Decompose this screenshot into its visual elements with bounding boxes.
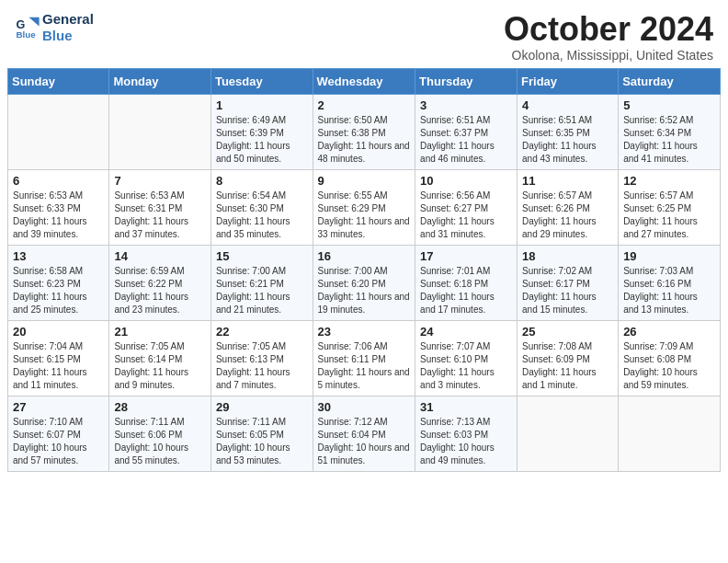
day-number: 27 — [13, 400, 104, 414]
day-info: Sunrise: 7:11 AMSunset: 6:05 PMDaylight:… — [216, 416, 308, 467]
day-info: Sunrise: 7:13 AMSunset: 6:03 PMDaylight:… — [420, 416, 512, 467]
calendar-cell: 1Sunrise: 6:49 AMSunset: 6:39 PMDaylight… — [210, 94, 313, 169]
weekday-header-wednesday: Wednesday — [313, 68, 415, 94]
day-number: 24 — [420, 325, 512, 339]
calendar-cell: 14Sunrise: 6:59 AMSunset: 6:22 PMDayligh… — [109, 245, 211, 320]
calendar-cell: 11Sunrise: 6:57 AMSunset: 6:26 PMDayligh… — [518, 169, 619, 245]
day-info: Sunrise: 7:09 AMSunset: 6:08 PMDaylight:… — [623, 340, 715, 392]
calendar-cell: 8Sunrise: 6:54 AMSunset: 6:30 PMDaylight… — [210, 169, 313, 245]
day-number: 10 — [420, 174, 512, 188]
logo: G Blue General Blue — [15, 11, 94, 44]
calendar-cell: 16Sunrise: 7:00 AMSunset: 6:20 PMDayligh… — [313, 245, 415, 320]
day-info: Sunrise: 7:12 AMSunset: 6:04 PMDaylight:… — [318, 416, 411, 467]
calendar-cell: 2Sunrise: 6:50 AMSunset: 6:38 PMDaylight… — [313, 94, 415, 169]
weekday-header-friday: Friday — [518, 68, 619, 94]
calendar-cell: 10Sunrise: 6:56 AMSunset: 6:27 PMDayligh… — [415, 169, 518, 245]
page: G Blue General Blue October 2024 Okolona… — [0, 0, 728, 563]
day-info: Sunrise: 7:11 AMSunset: 6:06 PMDaylight:… — [114, 416, 206, 467]
calendar-cell — [619, 396, 721, 471]
calendar-cell: 30Sunrise: 7:12 AMSunset: 6:04 PMDayligh… — [313, 396, 415, 471]
weekday-header-saturday: Saturday — [619, 68, 721, 94]
svg-text:Blue: Blue — [16, 29, 36, 40]
day-info: Sunrise: 6:49 AMSunset: 6:39 PMDaylight:… — [216, 114, 308, 166]
day-info: Sunrise: 6:57 AMSunset: 6:26 PMDaylight:… — [522, 190, 613, 241]
day-info: Sunrise: 7:08 AMSunset: 6:09 PMDaylight:… — [522, 340, 613, 392]
logo-text: General Blue — [42, 11, 94, 44]
calendar-cell: 9Sunrise: 6:55 AMSunset: 6:29 PMDaylight… — [313, 169, 415, 245]
calendar-cell — [8, 94, 109, 169]
calendar-cell: 12Sunrise: 6:57 AMSunset: 6:25 PMDayligh… — [619, 169, 721, 245]
title-block: October 2024 Okolona, Mississippi, Unite… — [504, 11, 713, 63]
day-number: 25 — [522, 325, 613, 339]
day-info: Sunrise: 7:06 AMSunset: 6:11 PMDaylight:… — [318, 340, 411, 392]
day-number: 18 — [522, 249, 613, 263]
day-info: Sunrise: 7:05 AMSunset: 6:14 PMDaylight:… — [114, 340, 206, 392]
day-number: 17 — [420, 249, 512, 263]
day-info: Sunrise: 6:52 AMSunset: 6:34 PMDaylight:… — [623, 114, 715, 166]
location: Okolona, Mississippi, United States — [504, 48, 713, 63]
logo-line1: General — [42, 11, 94, 28]
day-number: 28 — [114, 400, 206, 414]
calendar-cell: 28Sunrise: 7:11 AMSunset: 6:06 PMDayligh… — [109, 396, 211, 471]
calendar-cell: 6Sunrise: 6:53 AMSunset: 6:33 PMDaylight… — [8, 169, 109, 245]
day-number: 20 — [13, 325, 104, 339]
calendar-cell — [518, 396, 619, 471]
day-number: 14 — [114, 249, 206, 263]
calendar-cell: 4Sunrise: 6:51 AMSunset: 6:35 PMDaylight… — [518, 94, 619, 169]
week-row-0: 1Sunrise: 6:49 AMSunset: 6:39 PMDaylight… — [8, 94, 721, 169]
day-info: Sunrise: 6:56 AMSunset: 6:27 PMDaylight:… — [420, 190, 512, 241]
day-info: Sunrise: 6:57 AMSunset: 6:25 PMDaylight:… — [623, 190, 715, 241]
day-number: 6 — [13, 174, 104, 188]
day-info: Sunrise: 7:10 AMSunset: 6:07 PMDaylight:… — [13, 416, 104, 467]
day-info: Sunrise: 7:07 AMSunset: 6:10 PMDaylight:… — [420, 340, 512, 392]
day-number: 31 — [420, 400, 512, 414]
day-info: Sunrise: 7:00 AMSunset: 6:21 PMDaylight:… — [216, 265, 308, 316]
day-info: Sunrise: 7:04 AMSunset: 6:15 PMDaylight:… — [13, 340, 104, 392]
week-row-3: 20Sunrise: 7:04 AMSunset: 6:15 PMDayligh… — [8, 320, 721, 396]
day-number: 12 — [623, 174, 715, 188]
day-number: 1 — [216, 98, 308, 112]
day-number: 22 — [216, 325, 308, 339]
weekday-header-sunday: Sunday — [8, 68, 109, 94]
calendar-cell: 27Sunrise: 7:10 AMSunset: 6:07 PMDayligh… — [8, 396, 109, 471]
day-info: Sunrise: 6:53 AMSunset: 6:33 PMDaylight:… — [13, 190, 104, 241]
day-number: 16 — [318, 249, 411, 263]
day-number: 29 — [216, 400, 308, 414]
day-info: Sunrise: 7:05 AMSunset: 6:13 PMDaylight:… — [216, 340, 308, 392]
calendar-cell: 31Sunrise: 7:13 AMSunset: 6:03 PMDayligh… — [415, 396, 518, 471]
calendar-cell: 20Sunrise: 7:04 AMSunset: 6:15 PMDayligh… — [8, 320, 109, 396]
calendar-cell: 18Sunrise: 7:02 AMSunset: 6:17 PMDayligh… — [518, 245, 619, 320]
calendar-cell: 5Sunrise: 6:52 AMSunset: 6:34 PMDaylight… — [619, 94, 721, 169]
logo-icon: G Blue — [15, 15, 40, 40]
day-info: Sunrise: 6:53 AMSunset: 6:31 PMDaylight:… — [114, 190, 206, 241]
calendar-cell: 22Sunrise: 7:05 AMSunset: 6:13 PMDayligh… — [210, 320, 313, 396]
day-number: 15 — [216, 249, 308, 263]
calendar-cell: 21Sunrise: 7:05 AMSunset: 6:14 PMDayligh… — [109, 320, 211, 396]
calendar-cell: 29Sunrise: 7:11 AMSunset: 6:05 PMDayligh… — [210, 396, 313, 471]
header: G Blue General Blue October 2024 Okolona… — [0, 0, 728, 68]
day-info: Sunrise: 6:59 AMSunset: 6:22 PMDaylight:… — [114, 265, 206, 316]
calendar-cell — [109, 94, 211, 169]
day-info: Sunrise: 6:55 AMSunset: 6:29 PMDaylight:… — [318, 190, 411, 241]
calendar-cell: 15Sunrise: 7:00 AMSunset: 6:21 PMDayligh… — [210, 245, 313, 320]
weekday-header-row: SundayMondayTuesdayWednesdayThursdayFrid… — [8, 68, 721, 94]
day-info: Sunrise: 6:51 AMSunset: 6:35 PMDaylight:… — [522, 114, 613, 166]
day-info: Sunrise: 6:51 AMSunset: 6:37 PMDaylight:… — [420, 114, 512, 166]
calendar-cell: 25Sunrise: 7:08 AMSunset: 6:09 PMDayligh… — [518, 320, 619, 396]
calendar-table: SundayMondayTuesdayWednesdayThursdayFrid… — [7, 68, 721, 472]
day-number: 26 — [623, 325, 715, 339]
day-info: Sunrise: 7:02 AMSunset: 6:17 PMDaylight:… — [522, 265, 613, 316]
day-number: 5 — [623, 98, 715, 112]
day-number: 2 — [318, 98, 411, 112]
week-row-1: 6Sunrise: 6:53 AMSunset: 6:33 PMDaylight… — [8, 169, 721, 245]
calendar-cell: 7Sunrise: 6:53 AMSunset: 6:31 PMDaylight… — [109, 169, 211, 245]
day-number: 30 — [318, 400, 411, 414]
day-number: 4 — [522, 98, 613, 112]
weekday-header-monday: Monday — [109, 68, 211, 94]
calendar-cell: 3Sunrise: 6:51 AMSunset: 6:37 PMDaylight… — [415, 94, 518, 169]
month-title: October 2024 — [504, 11, 713, 48]
calendar-wrapper: SundayMondayTuesdayWednesdayThursdayFrid… — [0, 68, 728, 479]
weekday-header-thursday: Thursday — [415, 68, 518, 94]
calendar-cell: 23Sunrise: 7:06 AMSunset: 6:11 PMDayligh… — [313, 320, 415, 396]
calendar-cell: 19Sunrise: 7:03 AMSunset: 6:16 PMDayligh… — [619, 245, 721, 320]
